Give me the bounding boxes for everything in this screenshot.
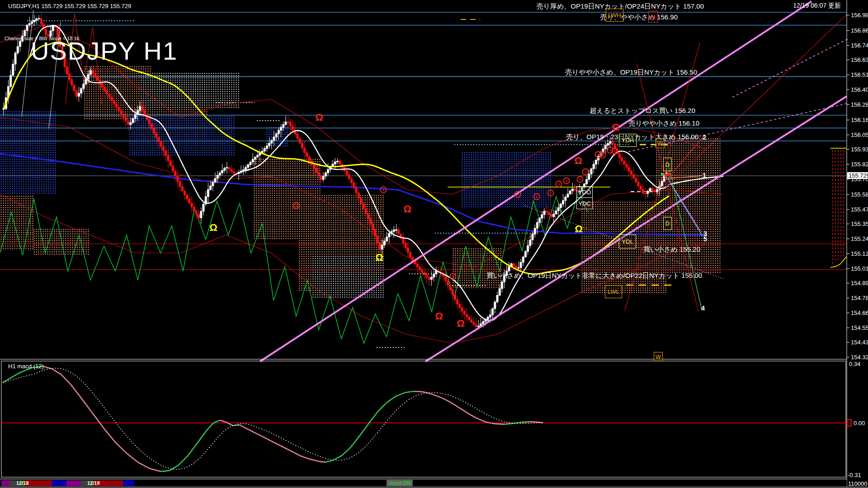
macd-main-line (308, 459, 310, 460)
macd-main-line (100, 423, 102, 426)
candle-body (167, 155, 169, 160)
candle-body (628, 167, 630, 171)
candle-body (71, 80, 73, 85)
candle-body (231, 169, 232, 171)
candle-body (280, 127, 282, 131)
candle-body (177, 176, 179, 181)
candle-body (348, 175, 350, 179)
candle-body (513, 263, 514, 266)
macd-main-line (437, 396, 439, 397)
candle-body (334, 162, 336, 164)
candle-body (203, 204, 204, 211)
white-ma-line (4, 26, 669, 321)
entry-marker-red (665, 174, 668, 176)
macd-main-line (315, 460, 317, 461)
macd-main-line (290, 450, 292, 452)
candle-body (433, 274, 435, 277)
macd-main-line (335, 458, 337, 460)
candle-body (668, 173, 670, 176)
macd-main-line (272, 441, 274, 443)
candle-body (654, 190, 656, 192)
macd-main-line (477, 418, 480, 419)
candle-body (367, 214, 369, 219)
macd-main-line (432, 394, 434, 395)
candle-body (26, 25, 28, 31)
candle-body (520, 263, 522, 268)
macd-main-line (516, 422, 518, 423)
fan-line (668, 136, 703, 178)
macd-main-line (367, 423, 369, 427)
trend-dashed-1 (628, 103, 849, 152)
macd-main-line (152, 469, 154, 469)
candle-body (383, 241, 385, 245)
candle-body (113, 100, 115, 103)
macd-toggle-button[interactable]: macd ON (387, 480, 413, 486)
candle-body (447, 281, 449, 285)
candle-body (534, 228, 536, 234)
macd-main-line (258, 434, 260, 436)
macd-main-line (256, 433, 258, 435)
macd-main-line (211, 423, 213, 426)
candle-body (355, 188, 357, 193)
macd-main-line (116, 443, 118, 445)
macd-main-line (247, 429, 249, 430)
candle-body (405, 243, 406, 248)
macd-main-line (159, 471, 161, 471)
candle-body (623, 161, 625, 164)
macd-main-line (48, 368, 50, 368)
candle-body (320, 176, 322, 179)
macd-main-line (443, 399, 446, 400)
red-trend-up (665, 14, 847, 189)
macd-main-line (179, 462, 181, 465)
candle-body (151, 124, 153, 128)
candle-body (139, 107, 141, 111)
candle-body (278, 131, 279, 134)
candle-body (435, 271, 437, 274)
candle-body (374, 230, 376, 236)
macd-main-line (5, 380, 7, 381)
candle-body (17, 47, 19, 53)
candle-body (217, 175, 218, 178)
candle-body (609, 142, 611, 144)
yellow-ma-line (4, 42, 669, 274)
candle-body (10, 75, 12, 87)
candle-body (134, 114, 136, 118)
candle-body (156, 133, 157, 137)
candle-body (219, 173, 221, 175)
macd-main-line (326, 461, 328, 462)
candle-body (416, 264, 418, 267)
candle-body (101, 84, 103, 87)
main-chart-canvas[interactable] (0, 0, 868, 488)
candle-body (210, 186, 212, 189)
macd-main-line (71, 384, 73, 387)
candle-body (515, 266, 517, 268)
candle-body (562, 201, 564, 204)
macd-main-line (455, 405, 457, 406)
candle-body (193, 207, 195, 211)
candle-body (66, 67, 68, 74)
candle-body (83, 84, 85, 89)
candle-body (614, 144, 616, 149)
candle-body (283, 125, 284, 127)
candle-body (266, 146, 268, 149)
candle-body (130, 122, 132, 124)
candle-body (14, 53, 16, 64)
zigzag-indicator (0, 192, 588, 343)
candle-body (363, 204, 364, 209)
red-band-lower (0, 194, 705, 343)
candle-body (259, 153, 261, 155)
macd-main-line (312, 460, 315, 460)
macd-main-line (423, 392, 425, 392)
macd-main-line (240, 425, 242, 427)
macd-main-line (52, 369, 55, 371)
macd-main-line (310, 459, 312, 460)
macd-main-line (301, 456, 303, 457)
macd-main-line (459, 408, 462, 409)
macd-main-line (199, 437, 202, 441)
macd-main-line (371, 418, 373, 421)
macd-main-line (410, 392, 412, 392)
candle-body (567, 194, 569, 197)
candle-body (649, 188, 651, 191)
macd-main-line (89, 408, 91, 411)
macd-main-line (57, 372, 59, 373)
